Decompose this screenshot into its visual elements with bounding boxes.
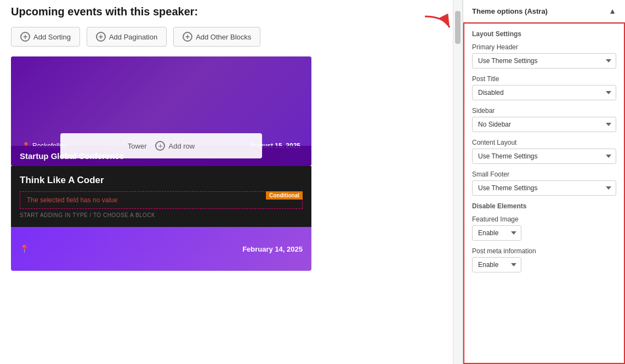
- right-panel: Theme options (Astra) ▲ Layout Settings …: [463, 0, 625, 364]
- panel-header: Theme options (Astra) ▲: [463, 0, 625, 22]
- add-sorting-button[interactable]: + Add Sorting: [11, 27, 80, 47]
- small-footer-label: Small Footer: [472, 170, 616, 178]
- content-layout-label: Content Layout: [472, 139, 616, 146]
- post-meta-group: Post meta information Enable Disable: [472, 247, 616, 272]
- location-pin-icon: 📍: [20, 244, 29, 253]
- event-date-2: February 14, 2025: [242, 245, 303, 253]
- red-arrow-indicator: [422, 14, 455, 37]
- post-title-group: Post Title Disabled Enabled Use Theme Se…: [472, 75, 616, 100]
- action-buttons-row: + Add Sorting + Add Pagination + Add Oth…: [11, 27, 442, 47]
- plus-circle-icon: +: [183, 32, 192, 42]
- featured-image-label: Featured Image: [472, 215, 616, 223]
- featured-image-select[interactable]: Enable Disable: [472, 225, 521, 241]
- primary-header-select[interactable]: Use Theme Settings Disabled Enabled: [472, 53, 616, 69]
- conditional-badge: Conditional: [266, 191, 303, 200]
- disable-elements-label: Disable Elements: [472, 202, 616, 210]
- start-adding-text: START ADDING IN TYPE / TO CHOOSE A BLOCK: [20, 212, 303, 218]
- plus-circle-icon: +: [96, 32, 106, 42]
- conditional-field: The selected field has no value Conditio…: [20, 191, 303, 209]
- event-card-dark: Think Like A Coder The selected field ha…: [11, 166, 311, 227]
- event-dark-name: Think Like A Coder: [20, 175, 303, 186]
- panel-body: Layout Settings Primary Header Use Theme…: [463, 22, 625, 364]
- small-footer-select[interactable]: Use Theme Settings Disabled Enabled: [472, 180, 616, 196]
- plus-circle-icon: +: [20, 32, 30, 42]
- layout-settings-label: Layout Settings: [472, 30, 616, 38]
- collapse-icon[interactable]: ▲: [609, 7, 616, 15]
- post-meta-label: Post meta information: [472, 247, 616, 255]
- add-pagination-button[interactable]: + Add Pagination: [87, 27, 167, 47]
- plus-circle-icon: +: [155, 141, 165, 151]
- scroll-thumb[interactable]: [455, 11, 461, 44]
- content-layout-select[interactable]: Use Theme Settings Normal Narrow Full Wi…: [472, 149, 616, 164]
- add-row-overlay: Tower + Add row: [60, 133, 262, 158]
- sidebar-label: Sidebar: [472, 107, 616, 115]
- event-card-purple2: 📍 February 14, 2025: [11, 227, 311, 271]
- events-area: Tower + Add row 📍 Rockefeller August 15,…: [11, 56, 442, 271]
- add-row-button[interactable]: + Add row: [155, 141, 195, 151]
- content-layout-group: Content Layout Use Theme Settings Normal…: [472, 139, 616, 164]
- panel-title: Theme options (Astra): [472, 7, 548, 15]
- post-title-label: Post Title: [472, 75, 616, 83]
- tower-label: Tower: [128, 142, 147, 150]
- primary-header-label: Primary Header: [472, 43, 616, 51]
- add-other-blocks-button[interactable]: + Add Other Blocks: [173, 27, 260, 47]
- small-footer-group: Small Footer Use Theme Settings Disabled…: [472, 170, 616, 196]
- post-meta-select[interactable]: Enable Disable: [472, 257, 521, 272]
- scrollbar[interactable]: [453, 0, 463, 364]
- event-card-purple: Tower + Add row 📍 Rockefeller August 15,…: [11, 56, 311, 166]
- main-content: Upcoming events with this speaker: + Add…: [0, 0, 453, 364]
- post-title-select[interactable]: Disabled Enabled Use Theme Settings: [472, 85, 616, 100]
- primary-header-group: Primary Header Use Theme Settings Disabl…: [472, 43, 616, 69]
- featured-image-group: Featured Image Enable Disable: [472, 215, 616, 241]
- sidebar-group: Sidebar No Sidebar Left Sidebar Right Si…: [472, 107, 616, 132]
- sidebar-select[interactable]: No Sidebar Left Sidebar Right Sidebar Us…: [472, 117, 616, 132]
- page-title: Upcoming events with this speaker:: [11, 5, 442, 18]
